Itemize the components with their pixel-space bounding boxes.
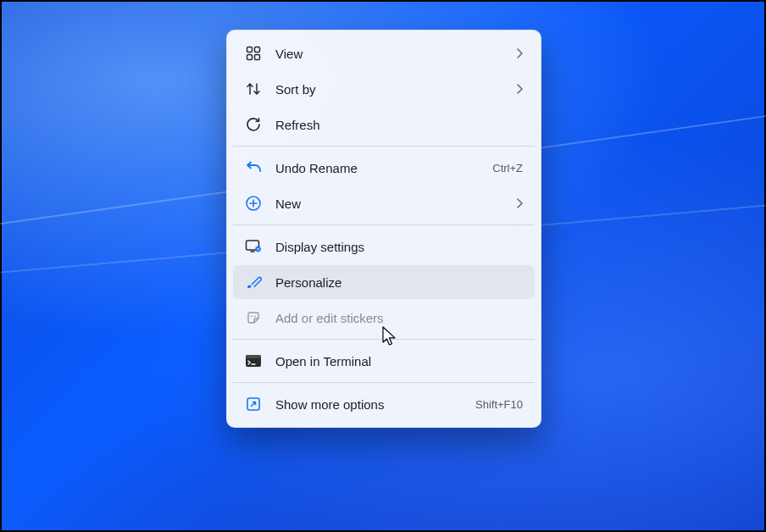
- menu-item-show-more-options[interactable]: Show more options Shift+F10: [233, 387, 535, 421]
- stickers-icon: [245, 309, 262, 326]
- svg-point-9: [254, 315, 256, 317]
- svg-point-8: [251, 315, 253, 317]
- menu-separator: [233, 224, 535, 225]
- menu-item-new[interactable]: New: [233, 186, 535, 220]
- svg-point-7: [258, 248, 259, 250]
- sort-icon: [245, 80, 262, 97]
- menu-item-label: Add or edit stickers: [275, 311, 523, 325]
- menu-item-label: View: [275, 47, 508, 61]
- menu-item-shortcut: Ctrl+Z: [492, 162, 523, 175]
- menu-item-open-in-terminal[interactable]: Open in Terminal: [233, 344, 535, 378]
- menu-item-undo-rename[interactable]: Undo Rename Ctrl+Z: [233, 151, 535, 185]
- menu-item-add-edit-stickers: Add or edit stickers: [233, 301, 535, 335]
- menu-item-display-settings[interactable]: Display settings: [233, 230, 535, 263]
- chevron-right-icon: [516, 48, 523, 58]
- menu-separator: [233, 146, 535, 147]
- svg-rect-11: [246, 355, 261, 358]
- svg-rect-3: [255, 55, 260, 60]
- svg-rect-0: [247, 47, 253, 53]
- menu-item-label: Open in Terminal: [275, 354, 523, 369]
- new-icon: [245, 195, 262, 212]
- menu-item-label: Personalize: [275, 275, 523, 290]
- menu-item-view[interactable]: View: [233, 36, 535, 70]
- menu-item-sort-by[interactable]: Sort by: [233, 72, 535, 106]
- menu-item-label: Undo Rename: [275, 161, 484, 175]
- menu-item-label: Show more options: [275, 397, 467, 412]
- personalize-icon: [245, 274, 262, 291]
- menu-separator: [233, 382, 535, 383]
- svg-rect-2: [247, 55, 253, 60]
- chevron-right-icon: [516, 198, 523, 208]
- menu-separator: [233, 339, 535, 340]
- chevron-right-icon: [516, 84, 523, 94]
- menu-item-refresh[interactable]: Refresh: [233, 108, 535, 141]
- view-icon: [245, 45, 262, 62]
- menu-item-shortcut: Shift+F10: [475, 398, 523, 411]
- refresh-icon: [245, 116, 262, 133]
- menu-item-label: Display settings: [275, 240, 523, 254]
- menu-item-label: New: [275, 197, 508, 211]
- desktop-context-menu: View Sort by: [226, 30, 541, 428]
- undo-icon: [245, 159, 262, 176]
- menu-item-label: Sort by: [275, 82, 508, 97]
- terminal-icon: [245, 352, 262, 369]
- display-settings-icon: [245, 238, 262, 255]
- show-more-options-icon: [245, 396, 262, 413]
- menu-item-personalize[interactable]: Personalize: [233, 265, 535, 299]
- menu-item-label: Refresh: [275, 118, 523, 132]
- svg-rect-1: [255, 47, 260, 53]
